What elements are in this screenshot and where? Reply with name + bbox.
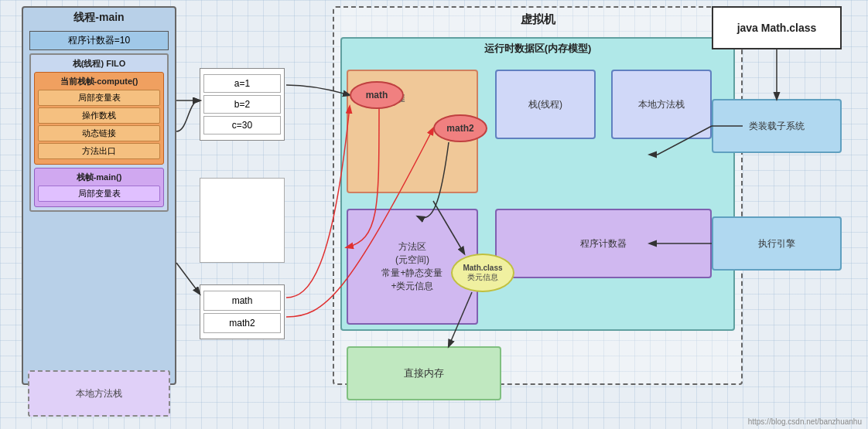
var-b: b=2 <box>203 95 281 114</box>
diagram-container: 线程-main 程序计数器=10 栈(线程) FILO 当前栈帧-compute… <box>0 0 868 429</box>
thread-main-box: 线程-main 程序计数器=10 栈(线程) FILO 当前栈帧-compute… <box>22 6 176 385</box>
ref-math2: math2 <box>203 313 281 333</box>
classloader-box: 类装载子系统 <box>712 99 842 153</box>
jvm-title: 虚拟机 <box>334 12 741 27</box>
mathclass-oval: Math.class 类元信息 <box>451 254 514 292</box>
compute-frame-title: 当前栈帧-compute() <box>38 76 160 87</box>
method-area-text: 方法区 (元空间) 常量+静态变量 +类元信息 <box>381 240 443 293</box>
references-box: math math2 <box>200 284 285 339</box>
math2-oval: math2 <box>433 114 487 142</box>
java-mathclass-box: java Math.class <box>712 6 842 49</box>
direct-mem-box: 直接内存 <box>347 346 501 400</box>
ref-math: math <box>203 291 281 311</box>
var-a: a=1 <box>203 74 281 93</box>
rt-stack-box: 栈(线程) <box>495 70 596 139</box>
rt-pc-box: 程序计数器 <box>495 209 712 278</box>
method-exit: 方法出口 <box>38 143 160 159</box>
runtime-title: 运行时数据区(内存模型) <box>342 39 733 59</box>
empty-box-middle <box>200 178 285 263</box>
main-frame-title: 栈帧-main() <box>38 172 160 183</box>
stack-section: 栈(线程) FILO 当前栈帧-compute() 局部变量表 操作数栈 动态链… <box>29 53 169 212</box>
var-c: c=30 <box>203 116 281 134</box>
operand-stack: 操作数栈 <box>38 107 160 124</box>
main-local-vars: 局部变量表 <box>38 186 160 202</box>
watermark: https://blog.csdn.net/banzhuanhu <box>748 417 862 426</box>
math-oval: math <box>350 81 404 109</box>
variables-box: a=1 b=2 c=30 <box>200 68 285 141</box>
program-counter: 程序计数器=10 <box>29 31 169 50</box>
main-frame: 栈帧-main() 局部变量表 <box>34 168 164 207</box>
dynamic-link: 动态链接 <box>38 125 160 141</box>
rt-native-box: 本地方法栈 <box>611 70 712 139</box>
exec-engine-box: 执行引擎 <box>712 216 842 271</box>
local-vars: 局部变量表 <box>38 90 160 106</box>
native-stack: 本地方法栈 <box>28 370 170 417</box>
stack-title: 栈(线程) FILO <box>34 58 164 70</box>
compute-frame: 当前栈帧-compute() 局部变量表 操作数栈 动态链接 方法出口 <box>34 72 164 165</box>
thread-main-title: 线程-main <box>23 8 175 28</box>
